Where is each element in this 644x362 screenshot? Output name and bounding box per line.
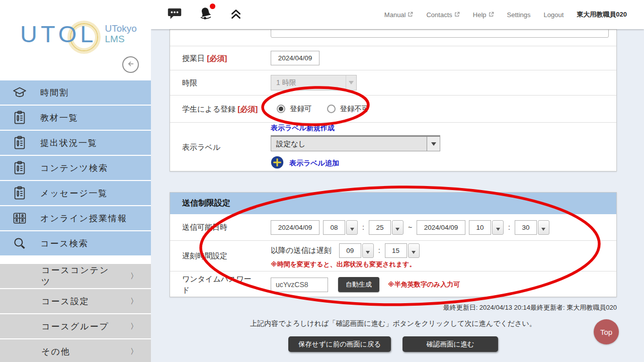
radio-unselected-icon [327, 105, 336, 113]
scrolled-field-row [170, 30, 616, 46]
display-label-label: 表示ラベル [182, 142, 271, 153]
scrolled-field-input[interactable] [271, 29, 609, 38]
sidebar: UTOL UTokyo LMS 時間割 教材一覧 提出状況一覧 [0, 0, 151, 362]
instruction-text: 上記内容でよろしければ「確認画面に進む」ボタンをクリックして次に進んでください。 [170, 319, 617, 328]
one-time-password-input[interactable] [271, 278, 328, 292]
class-date-input[interactable] [271, 51, 319, 65]
student-registration-row: 学生による登録 [必須] 登録可 登録不可 [170, 95, 616, 122]
sidebar-item-course-group[interactable]: コースグループ 〉 [0, 314, 151, 338]
radio-registration-allowed[interactable]: 登録可 [277, 104, 312, 114]
manual-link[interactable]: Manual [384, 11, 414, 19]
proceed-to-confirm-button[interactable]: 確認画面に進む [403, 336, 498, 352]
display-label-select[interactable]: 設定なし [271, 135, 440, 151]
spinner-down-button[interactable] [346, 220, 358, 235]
period-label: 時限 [182, 77, 271, 88]
start-minute-input[interactable] [369, 220, 391, 235]
start-hour-spinner [323, 220, 358, 235]
contacts-link[interactable]: Contacts [426, 11, 459, 19]
late-minute-input[interactable] [385, 243, 407, 258]
display-label-row: 表示ラベル 表示ラベル新規作成 設定なし 表示ラベル追加 [170, 122, 616, 171]
late-time-row: 遅刻時間設定 以降の送信は遅刻 : ※時間を変更すると、出席状況も変更されます。 [170, 240, 616, 271]
start-hour-input[interactable] [323, 220, 345, 235]
period-row: 時限 1 時限 [170, 70, 616, 95]
end-hour-spinner [469, 220, 504, 235]
one-time-password-row: ワンタイムパスワード 自動生成 ※半角英数字のみ入力可 [170, 271, 616, 297]
create-display-label-link[interactable]: 表示ラベル新規作成 [271, 124, 440, 133]
add-display-label-button[interactable]: 表示ラベル追加 [271, 156, 440, 171]
sidebar-item-materials[interactable]: 教材一覧 [0, 106, 151, 130]
section-header: 送信制限設定 [170, 193, 616, 214]
sidebar-item-online-class-info[interactable]: オンライン授業情報 [0, 206, 151, 230]
one-time-password-label: ワンタイムパスワード [182, 274, 271, 296]
end-minute-input[interactable] [515, 220, 537, 235]
clipboard-icon [11, 134, 28, 151]
sidebar-item-content-search[interactable]: コンテンツ検索 [0, 156, 151, 180]
arrow-left-icon [126, 59, 136, 71]
external-link-icon [454, 11, 460, 19]
available-period-row: 送信可能日時 : ~ : [170, 214, 616, 240]
student-registration-label: 学生による登録 [必須] [182, 104, 271, 115]
main-content: 授業日 [必須] 時限 1 時限 学生による登録 [必須] 登録可 [151, 29, 644, 362]
logged-in-user-name: 東大用教職員020 [577, 10, 627, 19]
notifications-bell-button[interactable] [197, 5, 214, 24]
logout-link[interactable]: Logout [544, 11, 564, 19]
top-bar-links: Manual Contacts Help Settings Logout 東大用… [384, 10, 644, 19]
radio-registration-not-allowed[interactable]: 登録不可 [327, 104, 369, 114]
help-link[interactable]: Help [473, 11, 494, 19]
action-buttons: 保存せずに前の画面に戻る 確認画面に進む [170, 336, 617, 352]
sidebar-item-messages[interactable]: メッセージ一覧 [0, 181, 151, 205]
scroll-to-top-button[interactable]: Top [594, 319, 619, 344]
late-time-warning-note: ※時間を変更すると、出席状況も変更されます。 [271, 260, 420, 269]
chevron-down-icon [346, 75, 356, 90]
search-icon [11, 235, 28, 252]
top-bar-icons [167, 5, 243, 24]
notification-badge-dot [210, 4, 215, 9]
sidebar-course-menu: コースコンテンツ 〉 コース設定 〉 コースグループ 〉 その他 〉 [0, 264, 151, 362]
logo-subtitle: UTokyo LMS [105, 24, 137, 45]
chevron-down-icon [427, 137, 440, 151]
spinner-down-button[interactable] [538, 220, 549, 235]
chat-button[interactable] [167, 7, 182, 22]
end-hour-input[interactable] [469, 220, 491, 235]
end-date-input[interactable] [417, 220, 465, 235]
chevron-right-icon: 〉 [130, 347, 138, 356]
class-date-label: 授業日 [必須] [182, 53, 271, 64]
auto-generate-button[interactable]: 自動生成 [338, 277, 379, 292]
late-time-label: 遅刻時間設定 [182, 250, 271, 261]
last-updated-text: 最終更新日: 2024/04/13 20:14最終更新者: 東大用教職員020 [443, 303, 617, 312]
period-select[interactable]: 1 時限 [271, 75, 357, 90]
spinner-down-button[interactable] [362, 243, 374, 258]
spinner-down-button[interactable] [392, 220, 404, 235]
start-minute-spinner [369, 220, 404, 235]
chevron-right-icon: 〉 [130, 272, 138, 281]
sidebar-collapse-button[interactable] [122, 56, 139, 73]
chevron-right-icon: 〉 [130, 322, 138, 331]
sidebar-item-others[interactable]: その他 〉 [0, 339, 151, 362]
available-period-label: 送信可能日時 [182, 222, 271, 233]
start-date-input[interactable] [271, 220, 319, 235]
sidebar-item-submission-status[interactable]: 提出状況一覧 [0, 131, 151, 155]
clipboard-icon [11, 109, 28, 126]
video-meeting-grid-icon [11, 210, 28, 227]
settings-link[interactable]: Settings [507, 11, 531, 19]
range-separator: ~ [408, 223, 412, 231]
attendance-settings-card: 授業日 [必須] 時限 1 時限 学生による登録 [必須] 登録可 [170, 29, 617, 171]
late-hour-input[interactable] [339, 243, 361, 258]
sidebar-item-course-search[interactable]: コース検索 [0, 231, 151, 255]
clipboard-icon [11, 159, 28, 176]
required-badge: [必須] [207, 54, 227, 62]
spinner-down-button[interactable] [408, 243, 420, 258]
class-date-row: 授業日 [必須] [170, 46, 616, 70]
sidebar-item-course-contents[interactable]: コースコンテンツ 〉 [0, 264, 151, 288]
collapse-header-button[interactable] [229, 7, 243, 22]
sidebar-menu: 時間割 教材一覧 提出状況一覧 コンテンツ検索 メッセージ一覧 [0, 80, 151, 362]
clipboard-icon [11, 185, 28, 202]
submission-restriction-card: 送信制限設定 送信可能日時 : ~ : [170, 192, 617, 297]
sidebar-item-timetable[interactable]: 時間割 [0, 80, 151, 105]
sidebar-item-course-settings[interactable]: コース設定 〉 [0, 289, 151, 313]
external-link-icon [489, 11, 494, 19]
back-without-save-button[interactable]: 保存せずに前の画面に戻る [288, 336, 391, 352]
spinner-down-button[interactable] [492, 220, 504, 235]
plus-circle-icon [271, 156, 284, 171]
end-minute-spinner [515, 220, 549, 235]
